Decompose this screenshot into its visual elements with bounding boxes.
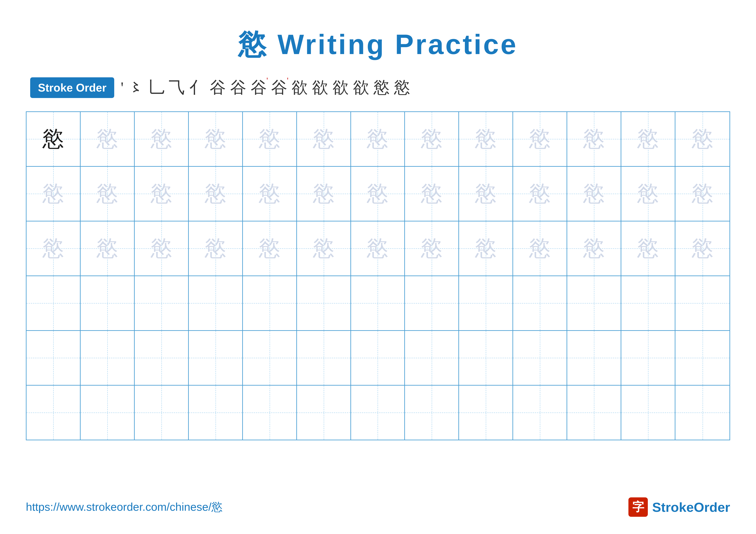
grid-cell[interactable] <box>675 276 729 330</box>
grid-cell[interactable] <box>189 276 243 330</box>
grid-cell[interactable]: 慾 <box>189 221 243 275</box>
grid-cell[interactable]: 慾 <box>513 167 567 221</box>
grid-cell[interactable]: 慾 <box>135 221 189 275</box>
stroke-step-8: 谷' <box>251 77 267 98</box>
grid-cell[interactable] <box>135 386 189 440</box>
grid-cell[interactable]: 慾 <box>459 221 513 275</box>
grid-cell[interactable]: 慾 <box>621 167 675 221</box>
grid-cell[interactable]: 慾 <box>297 221 351 275</box>
grid-cell[interactable] <box>27 331 81 385</box>
grid-cell[interactable] <box>567 331 621 385</box>
grid-cell[interactable]: 慾 <box>27 221 81 275</box>
grid-cell[interactable]: 慾 <box>513 112 567 166</box>
grid-cell[interactable] <box>351 386 405 440</box>
grid-cell[interactable]: 慾 <box>135 112 189 166</box>
grid-cell[interactable] <box>243 276 297 330</box>
grid-cell[interactable] <box>351 276 405 330</box>
grid-cell[interactable]: 慾 <box>27 112 81 166</box>
grid-cell[interactable]: 慾 <box>243 112 297 166</box>
stroke-order-badge: Stroke Order <box>30 77 114 98</box>
grid-cell[interactable]: 慾 <box>459 112 513 166</box>
grid-cell[interactable]: 慾 <box>297 167 351 221</box>
grid-cell[interactable] <box>513 331 567 385</box>
grid-cell[interactable]: 慾 <box>513 221 567 275</box>
grid-cell[interactable] <box>297 386 351 440</box>
grid-cell[interactable]: 慾 <box>81 221 135 275</box>
logo-text: StrokeOrder <box>652 499 730 515</box>
character-guide: 慾 <box>529 234 551 263</box>
grid-cell[interactable] <box>675 386 729 440</box>
grid-cell[interactable]: 慾 <box>243 221 297 275</box>
grid-cell[interactable] <box>621 276 675 330</box>
grid-cell[interactable]: 慾 <box>189 167 243 221</box>
grid-cell[interactable] <box>351 331 405 385</box>
grid-row-3: 慾 慾 慾 慾 慾 慾 慾 慾 慾 慾 慾 慾 慾 <box>27 221 729 276</box>
grid-cell[interactable]: 慾 <box>621 221 675 275</box>
stroke-step-9: 谷' <box>271 77 287 98</box>
grid-cell[interactable] <box>81 331 135 385</box>
grid-cell[interactable] <box>405 386 459 440</box>
grid-cell[interactable] <box>81 386 135 440</box>
grid-cell[interactable] <box>243 386 297 440</box>
stroke-sequence: ' 〻 ⺃ ⺄ ⺅ 谷 谷 谷' 谷' 欲 欲 欲 欲 慾 慾 <box>121 77 726 98</box>
grid-cell[interactable] <box>459 276 513 330</box>
grid-cell[interactable]: 慾 <box>405 167 459 221</box>
grid-cell[interactable] <box>513 386 567 440</box>
grid-cell[interactable] <box>81 276 135 330</box>
grid-cell[interactable]: 慾 <box>675 112 729 166</box>
grid-cell[interactable] <box>567 276 621 330</box>
grid-cell[interactable]: 慾 <box>27 167 81 221</box>
grid-cell[interactable]: 慾 <box>567 167 621 221</box>
grid-cell[interactable] <box>135 276 189 330</box>
grid-cell[interactable] <box>459 331 513 385</box>
character-guide: 慾 <box>421 234 443 263</box>
grid-cell[interactable]: 慾 <box>405 112 459 166</box>
grid-cell[interactable] <box>189 386 243 440</box>
character-guide: 慾 <box>205 179 226 208</box>
grid-cell[interactable] <box>621 331 675 385</box>
grid-cell[interactable]: 慾 <box>675 167 729 221</box>
character-guide: 慾 <box>150 234 172 263</box>
grid-cell[interactable]: 慾 <box>297 112 351 166</box>
grid-cell[interactable] <box>675 331 729 385</box>
grid-cell[interactable] <box>297 276 351 330</box>
grid-cell[interactable] <box>297 331 351 385</box>
character-guide: 慾 <box>367 124 388 154</box>
character-guide: 慾 <box>205 124 226 154</box>
title-character: 慾 <box>238 29 268 60</box>
grid-cell[interactable] <box>567 386 621 440</box>
grid-cell[interactable] <box>621 386 675 440</box>
character-guide: 慾 <box>313 124 335 154</box>
grid-cell[interactable]: 慾 <box>459 167 513 221</box>
grid-cell[interactable] <box>135 331 189 385</box>
grid-cell[interactable]: 慾 <box>405 221 459 275</box>
grid-cell[interactable] <box>27 276 81 330</box>
grid-cell[interactable] <box>405 331 459 385</box>
grid-cell[interactable] <box>189 331 243 385</box>
footer-url[interactable]: https://www.strokeorder.com/chinese/慾 <box>26 499 223 515</box>
grid-cell[interactable] <box>27 386 81 440</box>
grid-cell[interactable]: 慾 <box>675 221 729 275</box>
grid-cell[interactable]: 慾 <box>351 112 405 166</box>
grid-cell[interactable] <box>243 331 297 385</box>
character-guide: 慾 <box>96 179 118 208</box>
grid-cell[interactable]: 慾 <box>621 112 675 166</box>
stroke-order-section: Stroke Order ' 〻 ⺃ ⺄ ⺅ 谷 谷 谷' 谷' 欲 欲 欲 欲… <box>26 77 730 98</box>
grid-row-6 <box>27 386 729 440</box>
character-guide: 慾 <box>583 124 605 154</box>
grid-cell[interactable]: 慾 <box>351 221 405 275</box>
grid-cell[interactable]: 慾 <box>567 221 621 275</box>
grid-cell[interactable]: 慾 <box>81 167 135 221</box>
grid-cell[interactable]: 慾 <box>351 167 405 221</box>
character-guide: 慾 <box>313 179 335 208</box>
stroke-step-10: 欲 <box>292 77 308 98</box>
practice-grid[interactable]: 慾 慾 慾 慾 慾 慾 慾 慾 慾 慾 慾 慾 慾 慾 慾 慾 慾 慾 慾 慾 … <box>26 111 730 440</box>
grid-cell[interactable] <box>459 386 513 440</box>
grid-cell[interactable] <box>405 276 459 330</box>
grid-cell[interactable]: 慾 <box>189 112 243 166</box>
grid-cell[interactable] <box>513 276 567 330</box>
grid-cell[interactable]: 慾 <box>135 167 189 221</box>
grid-cell[interactable]: 慾 <box>243 167 297 221</box>
grid-cell[interactable]: 慾 <box>81 112 135 166</box>
grid-cell[interactable]: 慾 <box>567 112 621 166</box>
